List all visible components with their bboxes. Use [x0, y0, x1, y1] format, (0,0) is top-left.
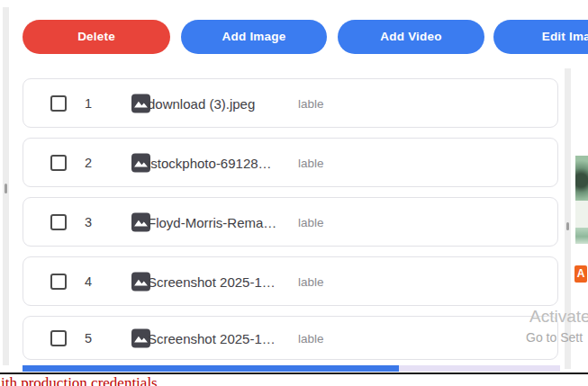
row-number: 2	[79, 156, 97, 170]
row-checkbox[interactable]	[50, 274, 67, 290]
preview-thumbnail	[575, 228, 588, 244]
add-image-button[interactable]: Add Image	[181, 20, 327, 54]
file-name: Screenshot 2025-1…	[148, 330, 276, 346]
row-checkbox[interactable]	[50, 214, 67, 230]
file-name: istockphoto-69128…	[148, 155, 272, 170]
preview-badge: A	[574, 265, 587, 283]
row-number: 1	[79, 96, 97, 111]
row-label: lable	[298, 96, 324, 110]
list-item[interactable]: 4 Screenshot 2025-1… lable	[23, 256, 558, 306]
horizontal-scrollbar-thumb[interactable]	[23, 365, 399, 372]
list-item[interactable]: 1 download (3).jpeg lable	[23, 78, 558, 128]
list-item[interactable]: 3 Floyd-Morris-Rema… lable	[23, 197, 558, 247]
media-list: 1 download (3).jpeg lable 2 istockphoto-…	[23, 78, 558, 370]
right-scrollbar-thumb[interactable]	[566, 222, 569, 230]
app-window: Delete Add Image Add Video Edit Imag 1 d…	[0, 0, 588, 386]
row-label: lable	[298, 156, 324, 169]
row-checkbox[interactable]	[50, 330, 67, 346]
preview-thumbnail	[575, 156, 588, 201]
edit-image-button[interactable]: Edit Imag	[493, 20, 588, 54]
add-video-button[interactable]: Add Video	[338, 20, 484, 54]
row-label: lable	[298, 215, 324, 229]
left-scrollbar-thumb[interactable]	[5, 184, 7, 193]
preview-thumbnail	[575, 201, 588, 228]
row-checkbox[interactable]	[50, 95, 67, 112]
file-name: download (3).jpeg	[148, 95, 255, 111]
row-number: 4	[79, 274, 97, 289]
list-item[interactable]: 2 istockphoto-69128… lable	[23, 138, 558, 187]
row-label: lable	[298, 274, 324, 288]
delete-button[interactable]: Delete	[23, 20, 170, 54]
file-name: Screenshot 2025-1…	[148, 274, 276, 289]
footer-link[interactable]: ith production credentials	[1, 374, 158, 386]
activate-watermark-line1: Activate	[529, 307, 588, 327]
list-item[interactable]: 5 Screenshot 2025-1… lable	[23, 316, 558, 360]
row-number: 3	[79, 215, 97, 229]
row-label: lable	[298, 331, 324, 345]
row-number: 5	[79, 331, 97, 346]
row-checkbox[interactable]	[50, 155, 67, 171]
file-name: Floyd-Morris-Rema…	[148, 214, 276, 229]
activate-watermark-line2: Go to Sett	[526, 330, 583, 345]
